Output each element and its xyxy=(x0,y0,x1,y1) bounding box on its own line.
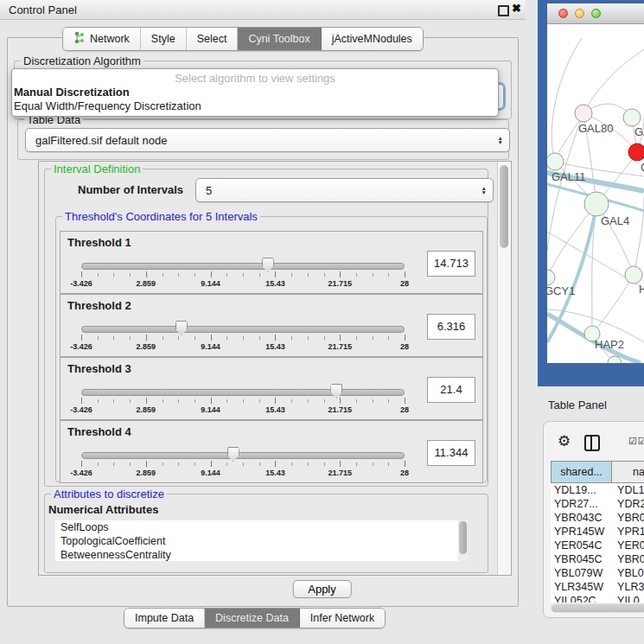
tick-mark xyxy=(405,398,405,404)
tick-mark xyxy=(98,273,99,277)
table-data-combobox[interactable]: galFiltered.sif default node ▲▼ xyxy=(25,128,510,152)
network-node-gal4[interactable] xyxy=(584,192,609,216)
tab-style[interactable]: Style xyxy=(141,28,187,50)
tick-mark xyxy=(98,399,99,403)
settings-scrollpane: Interval Definition Number of Intervals … xyxy=(38,161,512,576)
number-of-intervals-label: Number of Intervals xyxy=(78,183,183,196)
network-node-gcy1[interactable] xyxy=(547,270,555,285)
cell-name: YER0 xyxy=(610,539,644,552)
attributes-group-title: Attributes to discretize xyxy=(51,488,167,501)
attribute-list-item[interactable]: BetweennessCentrality xyxy=(55,548,458,561)
node-label: C xyxy=(641,161,644,174)
slider-thumb-icon[interactable] xyxy=(330,384,342,399)
tick-mark xyxy=(81,461,82,467)
tab-label: Style xyxy=(151,33,175,45)
attributes-scrollbar[interactable] xyxy=(458,520,468,561)
table-row[interactable]: YBR045CYBR0 xyxy=(551,552,644,566)
dropdown-options: Manual DiscretizationEqual Width/Frequen… xyxy=(12,86,498,113)
threshold-value-field[interactable]: 6.316 xyxy=(427,314,475,340)
threshold-label: Threshold 4 xyxy=(67,425,131,438)
float-window-icon[interactable] xyxy=(498,5,509,16)
gear-icon[interactable]: ⚙ xyxy=(558,432,571,450)
threshold-value-field[interactable]: 14.713 xyxy=(427,251,475,277)
network-node-c[interactable] xyxy=(628,143,644,161)
scale-label: -3.426 xyxy=(70,342,92,351)
slider-scale-labels: -3.4262.8599.14415.4321.71528 xyxy=(81,405,405,414)
tick-mark xyxy=(291,399,292,403)
network-window-titlebar[interactable] xyxy=(547,3,644,24)
tick-mark xyxy=(178,462,179,466)
tick-mark xyxy=(163,336,163,340)
zoom-traffic-light-icon[interactable] xyxy=(591,9,601,18)
tab-cyni-toolbox[interactable]: Cyni Toolbox xyxy=(238,28,321,50)
interval-group-title: Interval Definition xyxy=(51,163,143,175)
tick-mark xyxy=(146,461,147,467)
tick-mark xyxy=(405,271,405,277)
number-of-intervals-combobox[interactable]: 5 ▲▼ xyxy=(195,178,494,202)
threshold-value-field[interactable]: 11.344 xyxy=(427,440,475,466)
tick-mark xyxy=(324,399,325,403)
select-columns-icon[interactable]: ☑☑ xyxy=(628,436,644,447)
network-edge xyxy=(592,275,634,334)
network-node-ga[interactable] xyxy=(623,109,641,126)
apply-button[interactable]: Apply xyxy=(292,580,352,598)
attribute-list-item[interactable]: SelfLoops xyxy=(55,520,458,534)
tick-mark xyxy=(163,462,163,466)
slider-thumb-icon[interactable] xyxy=(262,258,274,272)
table-row[interactable]: YPR145WYPR1 xyxy=(551,525,644,539)
tab-infer-network[interactable]: Infer Network xyxy=(300,609,385,628)
table-row[interactable]: YLR345WYLR3 xyxy=(551,580,644,594)
table-row[interactable]: YBR043CYBR0 xyxy=(551,511,644,525)
threshold-value-field[interactable]: 21.4 xyxy=(427,377,475,403)
tab-impute-data[interactable]: Impute Data xyxy=(124,609,205,628)
network-node-gal11[interactable] xyxy=(547,153,564,170)
table-row[interactable]: YIL052CYIL0 xyxy=(551,594,644,603)
scale-label: 15.43 xyxy=(265,342,285,351)
network-node-h[interactable] xyxy=(625,266,642,284)
table-row[interactable]: YBL079WYBL0 xyxy=(551,566,644,580)
slider-thumb-icon[interactable] xyxy=(175,321,188,335)
tab-network[interactable]: Network xyxy=(63,28,141,50)
tick-mark xyxy=(146,335,147,341)
network-edge xyxy=(583,47,644,113)
table-row[interactable]: YER054CYER0 xyxy=(551,539,644,552)
column-header-shared[interactable]: shared... xyxy=(551,461,612,483)
tick-mark xyxy=(308,336,309,340)
table-horizontal-scrollbar[interactable] xyxy=(551,603,644,613)
close-traffic-light-icon[interactable] xyxy=(558,9,568,18)
scale-label: 28 xyxy=(400,469,409,477)
slider-tick-marks xyxy=(81,335,405,341)
cell-name: YBR0 xyxy=(610,511,644,525)
table-row[interactable]: YDR27...YDR2 xyxy=(551,497,644,511)
tick-mark xyxy=(340,271,341,277)
tab-select[interactable]: Select xyxy=(187,28,239,50)
dropdown-option-equal-width-frequency-discretization[interactable]: Equal Width/Frequency Discretization xyxy=(12,99,498,113)
scale-label: 21.715 xyxy=(328,342,352,351)
node-label: GA xyxy=(634,125,644,138)
numerical-attributes-list[interactable]: SelfLoopsTopologicalCoefficientBetweenne… xyxy=(55,520,458,561)
tick-mark xyxy=(211,398,212,404)
tick-mark xyxy=(388,273,389,277)
settings-vertical-scrollbar[interactable] xyxy=(497,162,511,575)
tick-mark xyxy=(275,461,276,467)
algorithm-group-title: Discretization Algorithm xyxy=(21,54,143,67)
network-graph-canvas[interactable]: GAL80GACGAL11GAL4GCY1HHAP2 xyxy=(547,24,644,363)
tab-discretize-data[interactable]: Discretize Data xyxy=(205,609,300,628)
network-node-gal80[interactable] xyxy=(575,105,592,122)
tick-mark xyxy=(259,336,260,340)
column-header-name[interactable]: na xyxy=(612,461,644,483)
attribute-list-item[interactable]: TopologicalCoefficient xyxy=(55,534,458,548)
tab-label: Infer Network xyxy=(310,612,374,624)
algorithm-dropdown-popup: Select algorithm to view settings Manual… xyxy=(11,68,499,117)
tab-label: Cyni Toolbox xyxy=(248,33,309,45)
table-row[interactable]: YDL19...YDL1 xyxy=(551,483,644,497)
tab-jactivemnodules[interactable]: jActiveMNodules xyxy=(322,28,423,50)
panel-title: Control Panel xyxy=(9,3,77,16)
close-icon[interactable]: ✖ xyxy=(512,2,521,15)
minimize-traffic-light-icon[interactable] xyxy=(575,9,584,18)
tick-mark xyxy=(373,336,373,340)
split-columns-icon[interactable] xyxy=(584,435,600,451)
slider-thumb-icon[interactable] xyxy=(227,447,239,462)
dropdown-option-manual-discretization[interactable]: Manual Discretization xyxy=(12,86,498,99)
tick-mark xyxy=(340,398,341,404)
